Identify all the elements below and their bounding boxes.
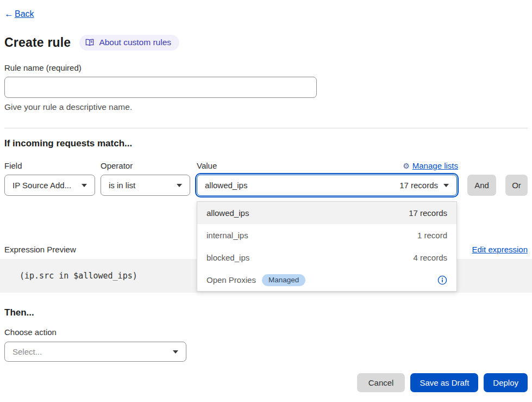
value-dropdown: allowed_ips 17 records internal_ips 1 re… — [197, 201, 457, 292]
list-item-name: allowed_ips — [206, 208, 249, 218]
action-select[interactable]: Select... — [4, 342, 186, 362]
chevron-down-icon — [173, 350, 178, 354]
list-item-open-proxies[interactable]: Open Proxies Managed — [197, 269, 456, 291]
list-item-records: 4 records — [413, 253, 447, 262]
condition-labels-row: Field Operator Value ⚙ Manage lists — [4, 161, 528, 170]
expression-preview-label: Expression Preview — [4, 245, 76, 254]
section-divider — [4, 128, 528, 128]
value-select-wrap: allowed_ips 17 records allowed_ips 17 re… — [197, 175, 457, 196]
footer-actions: Cancel Save as Draft Deploy — [4, 373, 528, 392]
back-row: ← Back — [4, 0, 528, 20]
page-title: Create rule — [4, 35, 71, 50]
cancel-button[interactable]: Cancel — [357, 373, 405, 392]
choose-action-label: Choose action — [4, 327, 528, 337]
list-item-allowed-ips[interactable]: allowed_ips 17 records — [197, 202, 456, 224]
create-rule-page: ← Back Create rule About custom rules Ru… — [0, 0, 532, 402]
page-header: Create rule About custom rules — [4, 35, 528, 51]
book-icon — [85, 39, 94, 46]
value-label: Value — [197, 161, 217, 170]
operator-select-value: is in list — [109, 181, 135, 190]
about-custom-rules-label: About custom rules — [99, 38, 171, 47]
chevron-down-icon — [82, 184, 87, 187]
list-item-records: 17 records — [409, 208, 447, 218]
about-custom-rules-link[interactable]: About custom rules — [79, 35, 179, 51]
rule-name-help: Give your rule a descriptive name. — [4, 102, 528, 112]
rule-name-input[interactable] — [4, 77, 317, 98]
list-item-records: 1 record — [417, 231, 447, 240]
field-select[interactable]: IP Source Add... — [4, 175, 95, 196]
match-section-heading: If incoming requests match... — [4, 138, 528, 149]
action-select-placeholder: Select... — [12, 347, 42, 356]
back-arrow-icon: ← — [4, 9, 14, 20]
or-button[interactable]: Or — [505, 175, 528, 196]
chevron-down-icon — [443, 184, 449, 187]
operator-label: Operator — [101, 161, 197, 170]
list-item-name: internal_ips — [206, 231, 248, 240]
save-as-draft-button[interactable]: Save as Draft — [410, 373, 478, 392]
operator-select[interactable]: is in list — [101, 175, 190, 196]
list-item-blocked-ips[interactable]: blocked_ips 4 records — [197, 246, 456, 269]
rule-name-label: Rule name (required) — [4, 63, 528, 72]
then-section-heading: Then... — [4, 307, 528, 318]
field-select-value: IP Source Add... — [12, 181, 71, 190]
list-item-name: blocked_ips — [206, 253, 249, 262]
manage-lists-label: Manage lists — [412, 161, 458, 170]
back-link-label: Back — [15, 9, 34, 19]
chevron-down-icon — [177, 184, 182, 187]
info-icon[interactable] — [437, 275, 447, 285]
value-select-value: allowed_ips — [205, 181, 247, 190]
deploy-button[interactable]: Deploy — [484, 373, 528, 392]
expression-code: (ip.src in $allowed_ips) — [20, 271, 137, 281]
value-select-records: 17 records — [399, 181, 438, 190]
value-select[interactable]: allowed_ips 17 records — [197, 175, 457, 196]
manage-lists-link[interactable]: ⚙ Manage lists — [403, 161, 458, 170]
back-link[interactable]: ← Back — [4, 9, 34, 20]
field-label: Field — [4, 161, 101, 170]
and-button[interactable]: And — [467, 175, 496, 196]
managed-badge: Managed — [262, 274, 305, 286]
gear-icon: ⚙ — [403, 162, 410, 170]
edit-expression-link[interactable]: Edit expression — [472, 245, 528, 254]
list-item-internal-ips[interactable]: internal_ips 1 record — [197, 224, 456, 246]
condition-row: IP Source Add... is in list allowed_ips … — [4, 175, 528, 196]
list-item-name: Open Proxies — [206, 275, 256, 285]
